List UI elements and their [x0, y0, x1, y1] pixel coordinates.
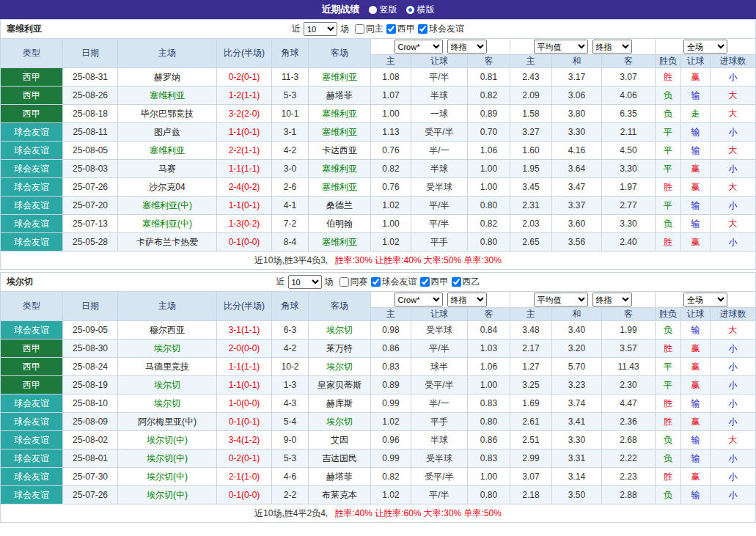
- filter-checkbox[interactable]: [420, 277, 430, 287]
- bookmaker-select[interactable]: Crow*: [394, 293, 443, 306]
- filter-checkbox[interactable]: [386, 24, 396, 34]
- scope-controls: 全场: [656, 39, 756, 55]
- final-odds-select[interactable]: 终指: [447, 40, 487, 54]
- cell-result: 胜: [656, 394, 681, 413]
- cell-date: 25-07-26: [63, 486, 118, 504]
- cell-type: 球会友谊: [1, 215, 63, 233]
- cell-away-team[interactable]: 皇家贝蒂斯: [309, 376, 371, 394]
- cell-away-team[interactable]: 卡达西亚: [309, 142, 371, 160]
- average-final-select[interactable]: 终指: [592, 293, 632, 306]
- cell-home-team[interactable]: 埃尔切: [118, 376, 217, 394]
- average-final-select[interactable]: 终指: [592, 40, 632, 54]
- cell-date: 25-08-18: [63, 105, 118, 123]
- cell-home-team[interactable]: 埃尔切(中): [118, 431, 217, 449]
- cell-away-team[interactable]: 赫塔菲: [309, 468, 371, 486]
- average-select[interactable]: 平均值: [534, 40, 588, 54]
- cell-goals-size: 大: [711, 215, 756, 233]
- cell-home-team[interactable]: 马德里竞技: [118, 358, 217, 376]
- cell-away-team[interactable]: 吉达国民: [309, 449, 371, 468]
- cell-ah-line: 球半: [411, 358, 468, 376]
- recent-count-select[interactable]: 10: [288, 275, 322, 289]
- cell-home-team[interactable]: 卡萨布兰卡热爱: [118, 233, 217, 252]
- layout-option-vertical[interactable]: 竖版: [369, 4, 397, 16]
- cell-goals-size: 小: [711, 376, 756, 394]
- near-label: 近: [292, 23, 301, 35]
- cell-ah-home-odds: 0.82: [371, 160, 411, 178]
- cell-home-team[interactable]: 埃尔切(中): [118, 449, 217, 468]
- cell-eu-draw-odds: 3.50: [552, 486, 602, 504]
- cell-home-team[interactable]: 阿尔梅里亚(中): [118, 413, 217, 431]
- filter-option[interactable]: 球会友谊: [415, 23, 464, 35]
- cell-handicap-result: 输: [681, 123, 711, 142]
- cell-away-team[interactable]: 埃尔切: [309, 413, 371, 431]
- filter-checkbox[interactable]: [418, 24, 427, 34]
- final-odds-select[interactable]: 终指: [447, 293, 487, 306]
- average-select[interactable]: 平均值: [534, 293, 588, 306]
- filter-option[interactable]: 西乙: [449, 276, 480, 288]
- cell-home-team[interactable]: 塞维利亚: [118, 87, 217, 105]
- cell-home-team[interactable]: 赫罗纳: [118, 68, 217, 87]
- cell-home-team[interactable]: 塞维利亚(中): [118, 197, 217, 215]
- radio-unselected-icon[interactable]: [369, 6, 377, 14]
- cell-away-team[interactable]: 艾因: [309, 431, 371, 449]
- recent-count-select[interactable]: 10: [304, 22, 337, 36]
- filter-option[interactable]: 球会友谊: [368, 276, 417, 288]
- filter-option[interactable]: 同主: [352, 23, 383, 35]
- filter-option[interactable]: 西甲: [383, 23, 415, 35]
- filter-checkbox[interactable]: [371, 277, 381, 287]
- radio-selected-icon[interactable]: [406, 6, 414, 14]
- cell-away-team[interactable]: 莱万特: [309, 339, 371, 358]
- cell-away-team[interactable]: 塞维利亚: [309, 178, 371, 197]
- layout-option-horizontal[interactable]: 横版: [406, 4, 435, 16]
- cell-type: 球会友谊: [1, 431, 63, 449]
- cell-away-team[interactable]: 赫塔菲: [309, 87, 371, 105]
- cell-goals-size: 小: [711, 339, 756, 358]
- filter-option[interactable]: 西甲: [417, 276, 449, 288]
- cell-ah-away-odds: 0.81: [468, 68, 510, 87]
- cell-eu-away-odds: 3.30: [602, 215, 656, 233]
- filter-option[interactable]: 同赛: [337, 276, 368, 288]
- cell-home-team[interactable]: 穆尔西亚: [118, 321, 217, 339]
- filter-checkbox[interactable]: [452, 277, 461, 287]
- match-row: 球会友谊25-08-11图卢兹1-1(0-1)3-1塞维利亚1.13受平/半0.…: [1, 123, 756, 142]
- scope-select[interactable]: 全场: [683, 293, 727, 306]
- cell-away-team[interactable]: 塞维利亚: [309, 160, 371, 178]
- cell-home-team[interactable]: 埃尔切(中): [118, 468, 217, 486]
- cell-handicap-result: 赢: [681, 376, 711, 394]
- cell-ah-home-odds: 0.83: [371, 358, 411, 376]
- cell-date: 25-05-28: [63, 233, 118, 252]
- filter-checkbox[interactable]: [340, 277, 349, 287]
- cell-away-team[interactable]: 桑德兰: [309, 197, 371, 215]
- cell-ah-away-odds: 1.03: [468, 339, 510, 358]
- cell-away-team[interactable]: 布莱克本: [309, 486, 371, 504]
- cell-away-team[interactable]: 塞维利亚: [309, 68, 371, 87]
- cell-away-team[interactable]: 塞维利亚: [309, 233, 371, 252]
- match-row: 西甲25-08-31赫罗纳0-2(0-1)11-3塞维利亚1.08平/半0.81…: [1, 68, 756, 87]
- cell-away-team[interactable]: 埃尔切: [309, 358, 371, 376]
- cell-away-team[interactable]: 塞维利亚: [309, 105, 371, 123]
- bookmaker-select[interactable]: Crow*: [394, 40, 443, 54]
- cell-eu-home-odds: 2.03: [510, 215, 552, 233]
- cell-eu-away-odds: 2.88: [602, 486, 656, 504]
- filter-checkbox[interactable]: [355, 24, 364, 34]
- cell-eu-away-odds: 1.97: [602, 178, 656, 197]
- cell-away-team[interactable]: 埃尔切: [309, 321, 371, 339]
- cell-eu-away-odds: 4.06: [602, 87, 656, 105]
- cell-home-team[interactable]: 塞维利亚(中): [118, 215, 217, 233]
- cell-home-team[interactable]: 塞维利亚: [118, 142, 217, 160]
- cell-home-team[interactable]: 埃尔切(中): [118, 486, 217, 504]
- cell-home-team[interactable]: 马赛: [118, 160, 217, 178]
- scope-select[interactable]: 全场: [683, 40, 727, 54]
- filter-label: 球会友谊: [429, 23, 464, 35]
- cell-home-team[interactable]: 毕尔巴鄂竞技: [118, 105, 217, 123]
- cell-away-team[interactable]: 伯明翰: [309, 215, 371, 233]
- cell-home-team[interactable]: 埃尔切: [118, 339, 217, 358]
- cell-score: 0-1(0-0): [217, 486, 272, 504]
- cell-home-team[interactable]: 沙尔克04: [118, 178, 217, 197]
- cell-away-team[interactable]: 赫库斯: [309, 394, 371, 413]
- cell-home-team[interactable]: 图卢兹: [118, 123, 217, 142]
- cell-eu-draw-odds: 3.30: [552, 123, 602, 142]
- cell-home-team[interactable]: 埃尔切: [118, 394, 217, 413]
- cell-eu-away-odds: 11.43: [602, 358, 656, 376]
- cell-away-team[interactable]: 塞维利亚: [309, 123, 371, 142]
